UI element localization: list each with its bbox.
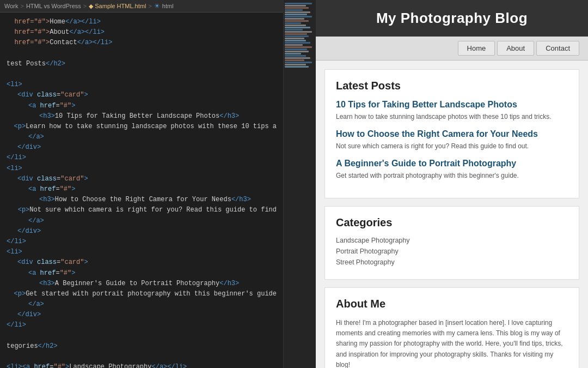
mini-line [285,25,306,26]
mini-line [285,42,310,44]
mini-line [285,40,306,41]
blog-preview: My Photography Blog Home About Contact L… [316,0,588,368]
mini-line [285,66,309,68]
category-portrait[interactable]: Portrait Photography [336,248,568,255]
mini-line [285,20,309,22]
breadcrumb-sep-1: > [20,3,23,9]
code-line: <li> [7,247,277,257]
code-line: tegories</h2> [7,341,277,352]
mini-line [285,64,306,65]
mini-line [285,53,301,55]
code-line: <p>Not sure which camera is right for yo… [7,205,277,215]
breadcrumb-file: ◆ Sample HTML.html [89,3,146,10]
categories-section: Categories Landscape Photography Portrai… [324,206,579,280]
mini-line [285,49,307,50]
code-line: test Posts</h2> [7,59,277,69]
blog-header: My Photography Blog [316,0,588,37]
code-line: <li> [7,164,277,174]
code-line [7,69,277,80]
categories-title: Categories [336,216,568,229]
code-line [7,352,277,362]
post-2-desc: Not sure which camera is right for you? … [336,141,568,151]
code-line: href="#">Contact</a></li> [7,38,277,48]
mini-line [285,16,312,17]
category-landscape[interactable]: Landscape Photography [336,237,568,244]
latest-posts-section: Latest Posts 10 Tips for Taking Better L… [324,69,579,198]
code-line: <p>Get started with portrait photography… [7,289,277,299]
mini-line [285,27,310,28]
code-line: <li><a href="#">Landscape Photography</a… [7,362,277,368]
editor-code-area: href="#">Home</a></li> href="#">About</a… [0,13,283,368]
mini-line [285,55,306,57]
category-street[interactable]: Street Photography [336,258,568,266]
breadcrumb-work: Work [4,3,18,9]
breadcrumb-sep-3: > [148,3,151,9]
code-line: href="#">About</a></li> [7,27,277,38]
code-line: </li> [7,320,277,330]
code-line: </a> [7,299,277,310]
code-line [7,49,277,59]
blog-nav: Home About Contact [316,37,588,61]
mini-line [285,7,309,9]
code-line: </div> [7,226,277,237]
post-2-title[interactable]: How to Choose the Right Camera for Your … [336,129,568,139]
code-line: <div class="card"> [7,90,277,100]
post-3-desc: Get started with portrait photography wi… [336,171,568,180]
mini-line [285,31,312,33]
breadcrumb-sep-2: > [83,3,87,9]
post-3-title[interactable]: A Beginner's Guide to Portrait Photograp… [336,159,568,168]
code-line: </div> [7,142,277,153]
code-line: href="#">Home</a></li> [7,17,277,27]
code-line: <div class="card"> [7,257,277,268]
mini-line [285,9,303,11]
nav-home-button[interactable]: Home [458,41,495,56]
code-editor: Work > HTML vs WordPress > ◆ Sample HTML… [0,0,283,368]
mini-line [285,3,312,4]
code-line: </div> [7,310,277,320]
mini-line [285,22,301,24]
editor-minimap [283,0,316,368]
code-line [7,331,277,341]
code-line: <div class="card"> [7,174,277,184]
mini-line [285,57,310,59]
code-line: </a> [7,216,277,226]
code-line: <a href="#"> [7,184,277,195]
about-me-title: About Me [336,298,568,310]
about-me-section: About Me Hi there! I'm a photographer ba… [324,287,579,368]
code-line: </li> [7,237,277,247]
breadcrumb-htmlwp: HTML vs WordPress [26,3,81,9]
code-line: <h3>How to Choose the Right Camera for Y… [7,195,277,205]
code-line: </a> [7,132,277,142]
mini-line [285,33,307,35]
mini-line [285,11,310,13]
blog-content: Latest Posts 10 Tips for Taking Better L… [316,61,588,368]
code-line: </li> [7,153,277,163]
post-1-title[interactable]: 10 Tips for Taking Better Landscape Phot… [336,100,568,110]
breadcrumb-html: html [162,3,174,9]
mini-line [285,38,304,39]
nav-about-button[interactable]: About [497,41,534,56]
mini-line [285,62,312,63]
about-me-text: Hi there! I'm a photographer based in [i… [336,318,568,368]
mini-line [285,51,309,52]
mini-line [285,59,304,61]
editor-breadcrumb: Work > HTML vs WordPress > ◆ Sample HTML… [0,0,283,13]
mini-line [285,44,303,46]
code-line: <a href="#"> [7,101,277,111]
code-line: <a href="#"> [7,268,277,279]
blog-title: My Photography Blog [327,10,577,27]
minimap-lines [284,0,316,70]
code-line: <h3>10 Tips for Taking Better Landscape … [7,111,277,122]
post-1-desc: Learn how to take stunning landscape pho… [336,112,568,122]
mini-line [285,29,303,31]
mini-line [285,18,304,20]
mini-line [285,46,312,48]
mini-line [285,14,307,15]
mini-line [285,5,306,7]
nav-contact-button[interactable]: Contact [536,41,579,56]
mini-line [285,35,309,37]
code-line: <p>Learn how to take stunning landscape … [7,122,277,132]
code-line: <h3>A Beginner's Guide to Portrait Photo… [7,279,277,289]
breadcrumb-html-icon: ☀ [154,2,160,10]
latest-posts-title: Latest Posts [336,80,568,92]
